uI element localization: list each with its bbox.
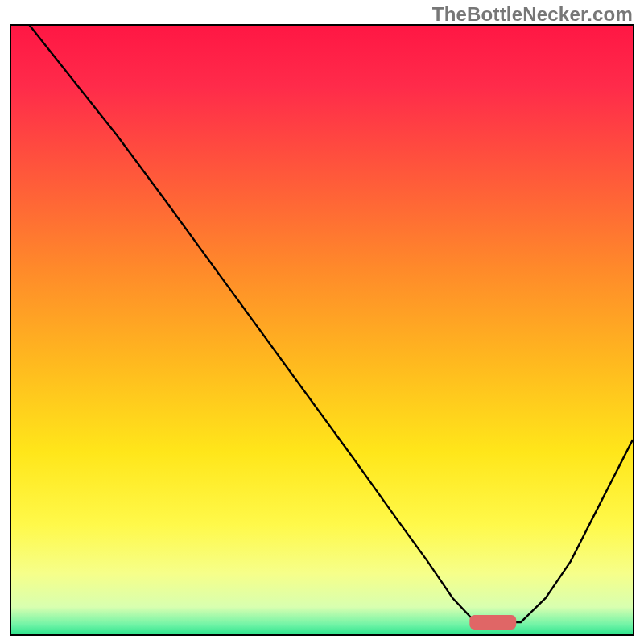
optimal-zone-marker	[469, 615, 516, 630]
gradient-background	[11, 26, 633, 634]
plot-frame	[10, 24, 634, 636]
watermark-text: TheBottleNecker.com	[432, 3, 633, 26]
chart-svg	[11, 26, 633, 634]
chart-container: TheBottleNecker.com	[0, 0, 644, 644]
